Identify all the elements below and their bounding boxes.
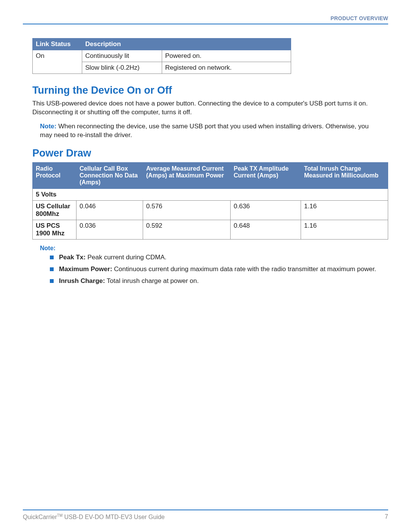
table-section-row: 5 Volts bbox=[33, 189, 388, 200]
col-peak-tx: Peak TX Amplitude Current (Amps) bbox=[231, 162, 301, 189]
cell-avg: 0.576 bbox=[143, 200, 231, 220]
col-avg-current: Average Measured Current (Amps) at Maxim… bbox=[143, 162, 231, 189]
section-body: This USB-powered device does not have a … bbox=[32, 99, 379, 117]
cell-peak: 0.648 bbox=[231, 220, 301, 239]
page-header-label: PRODUCT OVERVIEW bbox=[23, 15, 388, 21]
term: Peak Tx: bbox=[59, 254, 86, 261]
table-header-row: Radio Protocol Cellular Call Box Connect… bbox=[33, 162, 388, 189]
cell-protocol: US Cellular 800Mhz bbox=[33, 200, 76, 220]
footer-title: QuickCarrierTM USB-D EV-DO MTD-EV3 User … bbox=[23, 513, 165, 521]
cell-avg: 0.592 bbox=[143, 220, 231, 239]
footer-title-suffix: USB-D EV-DO MTD-EV3 User Guide bbox=[62, 514, 165, 520]
note-label: Note: bbox=[40, 123, 56, 130]
header-rule bbox=[23, 24, 388, 24]
page-footer: QuickCarrierTM USB-D EV-DO MTD-EV3 User … bbox=[23, 510, 388, 521]
square-bullet-icon bbox=[50, 256, 54, 259]
cell-description: Slow blink (-0.2Hz) bbox=[82, 62, 162, 74]
table-row: US Cellular 800Mhz 0.046 0.576 0.636 1.1… bbox=[33, 200, 388, 220]
footer-rule bbox=[23, 510, 388, 510]
col-description: Description bbox=[82, 38, 162, 50]
cell-description: Continuously lit bbox=[82, 50, 162, 62]
cell-callbox: 0.046 bbox=[76, 200, 143, 220]
note-paragraph: Note: When reconnecting the device, use … bbox=[40, 122, 379, 140]
square-bullet-icon bbox=[50, 267, 54, 271]
square-bullet-icon bbox=[50, 279, 54, 283]
term: Maximum Power: bbox=[59, 265, 112, 273]
cell-inrush: 1.16 bbox=[301, 200, 388, 220]
col-inrush: Total Inrush Charge Measured in Millicou… bbox=[301, 162, 388, 189]
col-meaning bbox=[162, 38, 291, 50]
definition-text: Total inrush charge at power on. bbox=[107, 277, 199, 284]
table-header-row: Link Status Description bbox=[33, 38, 291, 50]
definition-text: Continuous current during maximum data r… bbox=[114, 265, 376, 273]
col-link-status: Link Status bbox=[33, 38, 82, 50]
note-text: When reconnecting the device, use the sa… bbox=[40, 123, 369, 139]
footer-title-prefix: QuickCarrier bbox=[23, 514, 57, 520]
list-item: Maximum Power: Continuous current during… bbox=[59, 265, 379, 274]
cell-protocol: US PCS 1900 Mhz bbox=[33, 220, 76, 239]
cell-callbox: 0.036 bbox=[76, 220, 143, 239]
cell-meaning: Registered on network. bbox=[162, 62, 291, 74]
definition-text: Peak current during CDMA. bbox=[88, 254, 167, 261]
list-item: Peak Tx: Peak current during CDMA. bbox=[59, 253, 379, 262]
col-radio-protocol: Radio Protocol bbox=[33, 162, 76, 189]
section-heading-power-draw: Power Draw bbox=[32, 147, 388, 159]
term: Inrush Charge: bbox=[59, 277, 105, 284]
col-callbox: Cellular Call Box Connection No Data (Am… bbox=[76, 162, 143, 189]
cell-voltage-section: 5 Volts bbox=[33, 189, 388, 200]
power-draw-table: Radio Protocol Cellular Call Box Connect… bbox=[32, 162, 388, 240]
definitions-note-label: Note: bbox=[40, 245, 379, 252]
section-heading-turning-device: Turning the Device On or Off bbox=[32, 85, 388, 96]
trademark-symbol: TM bbox=[57, 513, 62, 518]
cell-inrush: 1.16 bbox=[301, 220, 388, 239]
definitions-list: Peak Tx: Peak current during CDMA. Maxim… bbox=[59, 253, 379, 286]
table-row: US PCS 1900 Mhz 0.036 0.592 0.648 1.16 bbox=[33, 220, 388, 239]
cell-meaning: Powered on. bbox=[162, 50, 291, 62]
list-item: Inrush Charge: Total inrush charge at po… bbox=[59, 277, 379, 286]
document-page: PRODUCT OVERVIEW Link Status Description… bbox=[0, 0, 411, 532]
cell-link-status: On bbox=[33, 50, 82, 74]
page-number: 7 bbox=[385, 513, 388, 521]
link-status-table: Link Status Description On Continuously … bbox=[32, 38, 291, 74]
table-row: On Continuously lit Powered on. bbox=[33, 50, 291, 62]
cell-peak: 0.636 bbox=[231, 200, 301, 220]
